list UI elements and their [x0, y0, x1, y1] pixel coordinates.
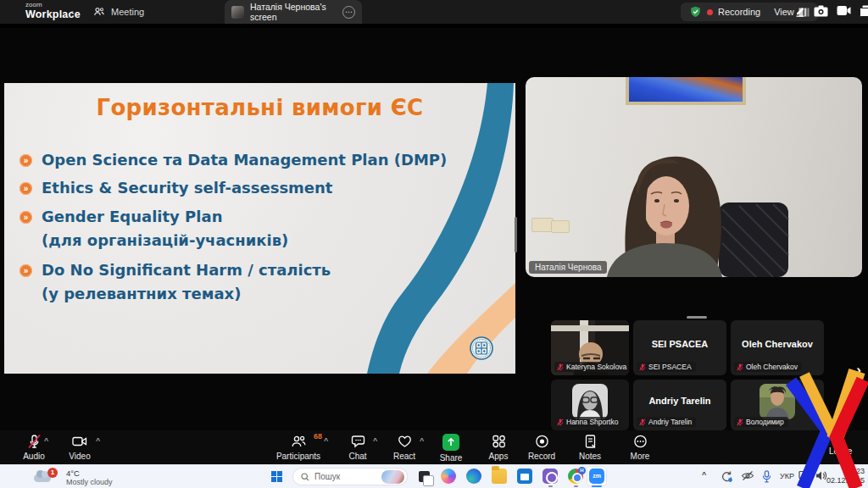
meeting-people-icon	[93, 6, 105, 18]
volume-icon[interactable]	[815, 470, 827, 481]
participant-name: Andriy Tarelin	[648, 418, 692, 426]
workplace-dropdown-chevron-icon[interactable]: ˇ	[71, 9, 74, 17]
network-icon[interactable]	[798, 470, 812, 482]
participant-tile[interactable]: Kateryna Sokolova	[551, 320, 629, 375]
tab-options-ellipsis-icon[interactable]: ⋯	[342, 6, 355, 19]
participant-name: SEI PSACEA	[648, 363, 692, 371]
sync-tray-icon[interactable]	[721, 470, 733, 483]
zoom-app-icon[interactable]: zm	[589, 469, 604, 484]
recording-label: Recording	[718, 7, 760, 17]
screenshot-camera-icon[interactable]	[814, 5, 828, 17]
participant-tile[interactable]: Hanna Shportko	[551, 380, 629, 430]
windows-layers-icon[interactable]	[860, 5, 868, 17]
zoom-app-active-indicator	[592, 485, 602, 487]
zoom-wordmark-small: zoom	[25, 2, 81, 8]
slide-bullet: » Ethics & Security self-assessment	[19, 179, 332, 197]
leave-button[interactable]: Leave	[829, 446, 852, 456]
viber-app-icon[interactable]	[542, 469, 558, 484]
record-label: Record	[528, 452, 555, 461]
bullet-marker-icon: »	[19, 182, 32, 195]
clock-time: 14:23	[826, 467, 865, 476]
university-seal-icon	[470, 336, 493, 360]
pen-tool-icon[interactable]	[795, 5, 805, 17]
apps-label: Apps	[489, 452, 509, 461]
file-explorer-app-icon[interactable]	[492, 469, 507, 484]
participant-label: Oleh Chervakov	[734, 362, 802, 372]
slide-bullet: » Open Science та Data Management Plan (…	[19, 151, 447, 169]
apps-icon	[491, 434, 507, 449]
audio-options-chevron-icon[interactable]: ^	[44, 436, 48, 445]
participant-label: SEI PSACEA	[637, 362, 696, 372]
participant-tile[interactable]: SEI PSACEA SEI PSACEA	[633, 320, 726, 375]
participant-tile[interactable]: Володимир	[731, 380, 824, 430]
muted-mic-icon	[557, 363, 564, 371]
participants-label: Participants	[276, 452, 320, 461]
muted-mic-icon	[737, 419, 743, 426]
participant-name: Володимир	[746, 418, 784, 426]
participant-tile[interactable]: Andriy Tarelin Andriy Tarelin	[633, 380, 726, 430]
thumbnails-drag-handle[interactable]	[687, 316, 707, 319]
participant-name: Oleh Chervakov	[746, 363, 798, 371]
notes-label: Notes	[579, 452, 601, 461]
panel-resize-handle[interactable]	[515, 217, 517, 252]
bullet-marker-icon: »	[19, 264, 32, 277]
notes-button[interactable]: Notes	[563, 434, 617, 461]
privacy-eye-off-icon[interactable]	[741, 470, 754, 481]
tab-avatar	[231, 6, 244, 19]
running-indicator	[548, 485, 553, 487]
chat-bubble-icon	[350, 434, 366, 449]
audio-label: Audio	[23, 452, 45, 461]
share-button[interactable]: Share	[424, 434, 478, 463]
microsoft-store-app-icon[interactable]	[517, 469, 532, 484]
more-label: More	[631, 452, 650, 461]
active-mic-tray-icon[interactable]	[762, 470, 771, 483]
slide-bullet-text: Ethics & Security self-assessment	[42, 179, 332, 197]
participants-icon	[290, 434, 307, 449]
participant-name: Hanna Shportko	[566, 418, 618, 426]
title-bar: zoom Workplace ˇ Meeting Наталія Чернова…	[0, 0, 868, 24]
muted-mic-icon	[26, 434, 42, 449]
record-icon	[534, 434, 550, 449]
participant-label: Володимир	[734, 417, 788, 427]
taskbar-clock[interactable]: 14:23 02.12.2025	[826, 467, 865, 485]
video-capture-icon[interactable]	[837, 5, 851, 16]
slide-bullet-subtext: (у релевантних темах)	[42, 285, 241, 302]
edge-app-icon[interactable]	[466, 469, 481, 484]
participant-display-name: Andriy Tarelin	[633, 380, 726, 422]
muted-mic-icon	[639, 419, 646, 426]
tab-meeting[interactable]: Meeting	[93, 0, 144, 24]
tab-shared-screen[interactable]: Наталія Чернова's screen ⋯	[225, 0, 362, 24]
chat-label: Chat	[348, 452, 366, 461]
next-participants-chevron-icon[interactable]: ›	[851, 361, 866, 380]
participants-button[interactable]: 68 Participants	[271, 434, 326, 461]
participant-label: Hanna Shportko	[554, 417, 622, 427]
copilot-app-icon[interactable]	[441, 469, 456, 484]
participant-tile[interactable]: Oleh Chervakov Oleh Chervakov	[731, 320, 824, 375]
tray-expand-chevron-icon[interactable]: ^	[702, 470, 706, 479]
muted-mic-icon	[737, 363, 743, 371]
more-button[interactable]: More	[613, 434, 667, 461]
zoom-meeting-window: zoom Workplace ˇ Meeting Наталія Чернова…	[0, 0, 868, 488]
speaker-figure	[526, 77, 862, 277]
participant-avatar	[572, 384, 608, 419]
clock-date: 02.12.2025	[826, 476, 865, 485]
tab-shared-screen-label: Наталія Чернова's screen	[250, 2, 337, 22]
task-view-button[interactable]	[419, 471, 430, 482]
share-label: Share	[440, 453, 463, 463]
speaker-video-tile[interactable]: Наталія Чернова	[526, 77, 862, 277]
record-button[interactable]: Record	[515, 434, 569, 461]
weather-widget[interactable]	[24, 464, 159, 488]
annotation-tools	[795, 4, 868, 17]
participants-options-chevron-icon[interactable]: ^	[324, 436, 328, 445]
participant-label: Kateryna Sokolova	[554, 362, 629, 372]
slide-bullet-text: Gender Equality Plan	[42, 208, 222, 225]
video-options-chevron-icon[interactable]: ^	[96, 436, 100, 445]
bullet-marker-icon: »	[19, 154, 32, 167]
windows-start-button[interactable]	[271, 471, 282, 482]
security-shield-icon[interactable]	[689, 5, 702, 19]
participants-count-badge: 68	[314, 432, 322, 441]
keyboard-language[interactable]: УКР	[780, 472, 794, 480]
taskbar-search[interactable]: Пошук	[292, 468, 408, 485]
chrome-profile-badge: H	[578, 467, 586, 474]
heart-react-icon	[397, 434, 413, 449]
